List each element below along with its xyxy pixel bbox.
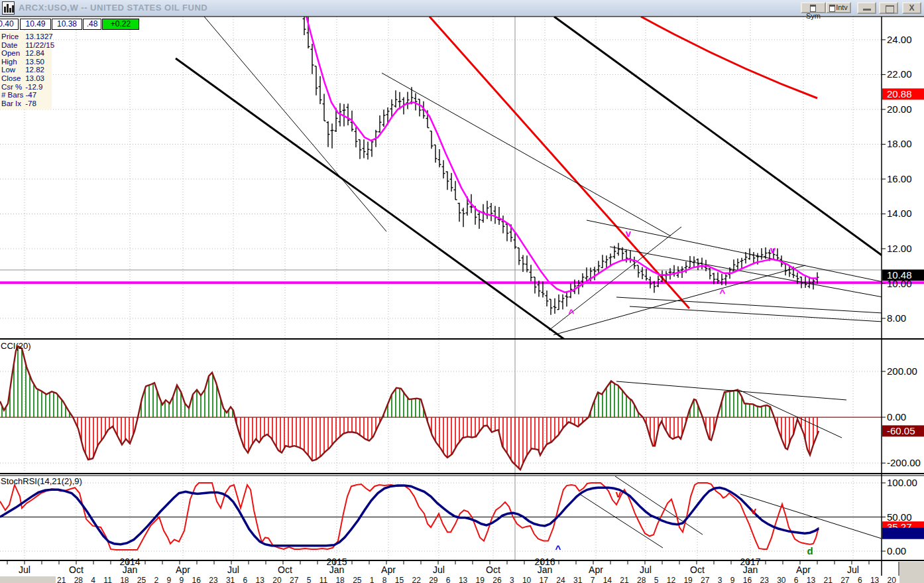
svg-text:24.00: 24.00 — [887, 34, 912, 45]
svg-text:14.00: 14.00 — [887, 208, 912, 219]
svg-text:Oct: Oct — [486, 564, 500, 575]
data-row-price: Price 13.1327 — [1, 32, 52, 41]
stochrsi-label: StochRSI(14,21(2),9) — [1, 476, 82, 486]
data-row-open: Open 12.84 — [1, 49, 52, 58]
window-titlebar[interactable]: ARCX:USO,W -- UNITED STATES OIL FUND Sym… — [0, 0, 924, 17]
app-window: v^v^CCI(20)^vvdStochRSI(14,21(2),9)24.00… — [0, 0, 924, 583]
intv-icon — [829, 5, 835, 12]
svg-text:Apr: Apr — [176, 564, 190, 575]
sym-icon — [810, 5, 816, 12]
x-axis-labels: JulOctJanAprJulOctJanAprJulOctJanAprJulO… — [7, 556, 869, 575]
price-moving-average — [304, 9, 817, 292]
svg-text:2016: 2016 — [534, 556, 555, 567]
svg-text:Jul: Jul — [640, 564, 652, 575]
quote-cell-1: 10.49 — [20, 19, 51, 30]
maximize-icon — [886, 5, 894, 13]
data-row-close: Close 13.03 — [1, 74, 52, 83]
maximize-button[interactable] — [879, 2, 898, 14]
svg-text:Oct: Oct — [690, 564, 705, 575]
svg-text:Jul: Jul — [433, 564, 445, 575]
sym-button[interactable]: Sym — [801, 2, 826, 13]
svg-text:22.00: 22.00 — [887, 68, 912, 80]
svg-text:8.00: 8.00 — [887, 312, 906, 324]
date-scroll-strip[interactable]: 21 28 4 11 18 25 2 9 9 16 23 31 6 13 20 … — [57, 576, 896, 583]
data-readout-panel: Price 13.1327Date 11/22/15Open 12.84High… — [0, 31, 52, 109]
bottom-right-filler — [899, 562, 924, 583]
minimize-icon — [863, 9, 871, 11]
svg-text:Jul: Jul — [847, 564, 859, 575]
svg-text:2015: 2015 — [326, 556, 347, 567]
minimize-button[interactable] — [857, 2, 876, 14]
svg-text:2017: 2017 — [740, 556, 760, 567]
svg-text:^: ^ — [720, 287, 726, 298]
svg-text:20.88: 20.88 — [887, 88, 912, 99]
svg-text:2014: 2014 — [119, 556, 140, 567]
data-row-barix: Bar Ix -78 — [1, 99, 52, 108]
svg-text:Jul: Jul — [19, 564, 30, 575]
svg-text:v: v — [751, 505, 757, 516]
svg-text:StochRSI(14,21(2),9): StochRSI(14,21(2),9) — [1, 476, 82, 486]
data-row-high: High 13.50 — [1, 58, 52, 66]
data-row-low: Low 12.82 — [1, 66, 52, 74]
close-icon: X — [909, 3, 914, 13]
svg-text:Oct: Oct — [278, 564, 292, 575]
crosshair[interactable] — [0, 17, 924, 560]
quote-cell-3: .48 — [83, 19, 101, 30]
data-row-date: Date 11/22/15 — [1, 41, 52, 50]
cci-trendlines — [616, 381, 846, 438]
svg-text:12.00: 12.00 — [887, 243, 912, 254]
svg-text:18.00: 18.00 — [887, 138, 912, 149]
svg-text:^: ^ — [569, 307, 575, 318]
svg-text:Apr: Apr — [589, 564, 603, 575]
chart-canvas[interactable]: v^v^CCI(20)^vvdStochRSI(14,21(2),9)24.00… — [0, 0, 924, 583]
svg-text:-200.00: -200.00 — [887, 457, 921, 468]
svg-text:v: v — [770, 244, 776, 255]
cci-label: CCI(20) — [1, 341, 31, 351]
svg-text:Oct: Oct — [69, 564, 84, 575]
data-row-csr: Csr % -12.9 — [1, 83, 52, 92]
svg-text:Jul: Jul — [227, 564, 239, 575]
svg-text:16.00: 16.00 — [887, 173, 912, 184]
svg-text:200.00: 200.00 — [887, 365, 917, 377]
cci-histogram — [0, 346, 882, 470]
svg-text:v: v — [616, 488, 622, 499]
svg-text:20.00: 20.00 — [887, 103, 912, 115]
close-button[interactable]: X — [902, 2, 921, 14]
panel-borders — [0, 17, 924, 576]
y-axis-labels: 24.0022.0020.0018.0016.0014.0012.0010.00… — [882, 34, 924, 556]
quote-cell-4: +0.22 — [102, 19, 139, 30]
quote-cell-0: 0.40 — [0, 19, 19, 30]
svg-text:d: d — [807, 545, 813, 556]
svg-text:Apr: Apr — [796, 564, 811, 575]
grid-lines — [0, 17, 882, 560]
stochrsi-lines — [0, 476, 882, 550]
quote-cell-2: 10.38 — [52, 19, 82, 30]
price-trendlines — [176, 17, 883, 340]
svg-text:10.48: 10.48 — [887, 269, 912, 281]
svg-text:v: v — [626, 227, 632, 239]
data-row-bars: # Bars -47 — [1, 91, 52, 99]
svg-text:100.00: 100.00 — [887, 477, 917, 488]
svg-text:CCI(20): CCI(20) — [1, 341, 31, 351]
svg-text:-60.05: -60.05 — [887, 425, 915, 436]
svg-text:^: ^ — [555, 543, 561, 554]
svg-text:0.00: 0.00 — [887, 545, 906, 556]
intv-button[interactable]: Intv — [826, 2, 851, 13]
bottom-left-filler — [0, 576, 56, 583]
app-icon — [2, 1, 15, 15]
svg-text:0.00: 0.00 — [887, 411, 906, 422]
window-title: ARCX:USO,W -- UNITED STATES OIL FUND — [19, 3, 207, 13]
svg-text:Apr: Apr — [381, 564, 396, 575]
